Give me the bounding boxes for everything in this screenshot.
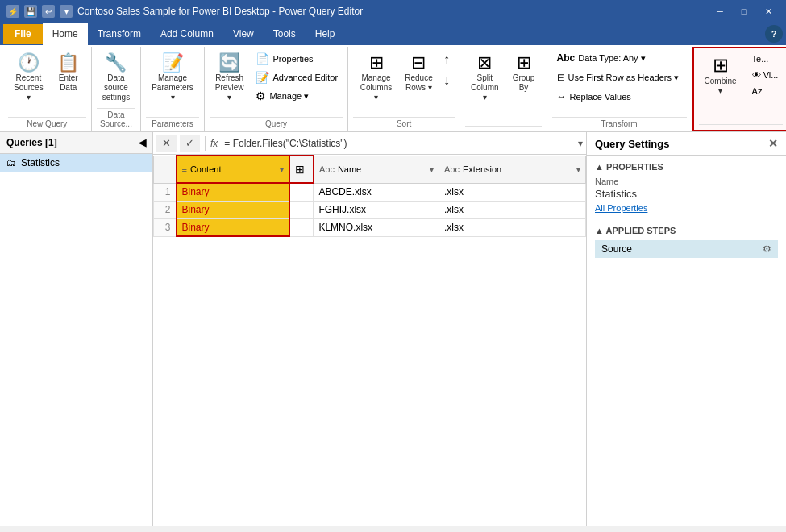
reduce-rows-button[interactable]: ⊟ ReduceRows ▾ xyxy=(401,50,437,97)
applied-step-gear-icon[interactable]: ⚙ xyxy=(763,243,771,255)
applied-step-source[interactable]: Source ⚙ xyxy=(595,240,778,258)
split-column-button[interactable]: ⊠ SplitColumn ▾ xyxy=(465,50,504,106)
query-item-statistics[interactable]: 🗂 Statistics xyxy=(0,154,152,172)
menu-transform[interactable]: Transform xyxy=(88,23,151,45)
reduce-rows-icon: ⊟ xyxy=(411,54,426,72)
menu-help[interactable]: Help xyxy=(306,23,345,45)
first-row-headers-button[interactable]: ⊟ Use First Row as Headers ▾ xyxy=(552,69,684,85)
manage-label: Manage ▾ xyxy=(269,91,309,102)
ribbon-group-parameters: 📝 ManageParameters ▾ Parameters xyxy=(141,47,205,131)
all-properties-link[interactable]: All Properties xyxy=(595,203,778,213)
menu-view[interactable]: View xyxy=(223,23,264,45)
refresh-preview-button[interactable]: 🔄 RefreshPreview ▾ xyxy=(210,50,250,106)
first-row-headers-icon: ⊟ xyxy=(557,72,565,83)
new-query-label: New Query xyxy=(8,117,86,128)
manage-parameters-button[interactable]: 📝 ManageParameters ▾ xyxy=(146,50,199,106)
content-column-header[interactable]: ≡ Content ▾ xyxy=(177,156,289,183)
applied-step-source-label: Source xyxy=(601,243,632,255)
save-icon[interactable]: 💾 xyxy=(24,5,37,18)
row-num-3: 3 xyxy=(154,218,177,236)
combine-button[interactable]: ⊞ Combine▾ xyxy=(699,52,742,100)
table-row: 1 Binary ABCDE.xlsx .xlsx xyxy=(154,183,586,201)
minimize-button[interactable]: ─ xyxy=(709,0,731,23)
query-settings-close[interactable]: ✕ xyxy=(768,137,778,150)
menu-file[interactable]: File xyxy=(3,24,43,44)
help-button[interactable]: ? xyxy=(765,25,783,43)
advanced-editor-label: Advanced Editor xyxy=(272,73,338,82)
text-view-button[interactable]: Te... xyxy=(747,52,784,66)
data-type-button[interactable]: Abc Data Type: Any ▾ xyxy=(552,50,651,66)
name-filter-icon[interactable]: ▾ xyxy=(430,165,434,174)
data-type-icon: Abc xyxy=(557,52,576,64)
advanced-editor-button[interactable]: 📝 Advanced Editor xyxy=(251,69,343,86)
query-group-label: Query xyxy=(210,117,343,128)
row3-name: KLMNO.xlsx xyxy=(314,218,439,236)
properties-section: ▲ PROPERTIES Name Statistics All Propert… xyxy=(587,156,786,219)
row2-name: FGHIJ.xlsx xyxy=(314,201,439,218)
formula-input[interactable] xyxy=(224,138,575,149)
az-button[interactable]: Az xyxy=(747,84,784,98)
dropdown-icon[interactable]: ▾ xyxy=(60,5,73,18)
enter-data-button[interactable]: 📋 EnterData xyxy=(51,50,86,97)
menu-home[interactable]: Home xyxy=(43,23,88,45)
row-num-header xyxy=(154,156,177,183)
content-filter-icon[interactable]: ▾ xyxy=(280,165,284,174)
data-area: ✕ ✓ fx ▾ ≡ Content xyxy=(153,132,586,526)
formula-cancel-button[interactable]: ✕ xyxy=(156,135,177,152)
manage-columns-label: ManageColumns ▾ xyxy=(359,73,393,102)
expand-icon: ⊞ xyxy=(295,163,305,176)
data-source-icon: 🔧 xyxy=(105,54,127,72)
menu-add-column[interactable]: Add Column xyxy=(151,23,223,45)
menu-bar: File Home Transform Add Column View Tool… xyxy=(0,23,786,45)
properties-label: Properties xyxy=(272,54,313,64)
ribbon: 🕐 RecentSources ▾ 📋 EnterData New Query … xyxy=(0,45,786,132)
sort-asc-button[interactable]: ↑ xyxy=(439,50,455,69)
combine-icon: ⊞ xyxy=(713,56,729,75)
name-column-header[interactable]: Abc Name ▾ xyxy=(314,156,439,183)
name-label: Name xyxy=(595,177,778,186)
ribbon-group-split: ⊠ SplitColumn ▾ ⊞ GroupBy xyxy=(460,47,547,131)
recent-sources-button[interactable]: 🕐 RecentSources ▾ xyxy=(8,50,49,106)
extension-filter-icon[interactable]: ▾ xyxy=(576,165,580,174)
expand-column-header[interactable]: ⊞ xyxy=(289,156,314,183)
replace-values-button[interactable]: ↔ Replace Values xyxy=(552,89,636,105)
formula-dropdown-icon[interactable]: ▾ xyxy=(578,138,583,149)
manage-parameters-icon: 📝 xyxy=(162,54,184,72)
collapse-queries-icon[interactable]: ◀ xyxy=(139,137,146,148)
ribbon-group-combine: ⊞ Combine▾ Te... 👁 Vi... Az xyxy=(692,47,786,131)
data-source-settings-button[interactable]: 🔧 Data sourcesettings xyxy=(97,50,135,106)
title-bar: ⚡ 💾 ↩ ▾ Contoso Sales Sample for Power B… xyxy=(0,0,786,23)
properties-button[interactable]: 📄 Properties xyxy=(251,50,343,68)
extension-column-header[interactable]: Abc Extension ▾ xyxy=(439,156,585,183)
split-column-icon: ⊠ xyxy=(477,54,492,72)
enter-data-icon: 📋 xyxy=(57,54,79,72)
enter-data-label: EnterData xyxy=(59,73,78,93)
table-row: 2 Binary FGHIJ.xlsx .xlsx xyxy=(154,201,586,218)
group-by-icon: ⊞ xyxy=(517,54,531,72)
refresh-preview-label: RefreshPreview ▾ xyxy=(215,73,244,102)
combine-label: Combine▾ xyxy=(705,77,737,96)
formula-confirm-button[interactable]: ✓ xyxy=(180,135,200,152)
status-bar: READY xyxy=(0,526,786,532)
ribbon-group-new-query: 🕐 RecentSources ▾ 📋 EnterData New Query xyxy=(3,47,92,131)
maximize-button[interactable]: □ xyxy=(733,0,755,23)
undo-icon[interactable]: ↩ xyxy=(42,5,55,18)
sort-desc-button[interactable]: ↓ xyxy=(439,71,455,90)
window-title: Contoso Sales Sample for Power BI Deskto… xyxy=(77,6,363,17)
advanced-editor-icon: 📝 xyxy=(256,71,269,84)
manage-columns-button[interactable]: ⊞ ManageColumns ▾ xyxy=(353,50,399,106)
refresh-preview-icon: 🔄 xyxy=(218,54,240,72)
name-value: Statistics xyxy=(595,188,778,200)
manage-button[interactable]: ⚙ Manage ▾ xyxy=(251,87,343,105)
row1-expand xyxy=(289,183,314,201)
menu-tools[interactable]: Tools xyxy=(264,23,306,45)
row-num-2: 2 xyxy=(154,201,177,218)
row-num-1: 1 xyxy=(154,183,177,201)
group-by-button[interactable]: ⊞ GroupBy xyxy=(506,50,542,97)
vis-view-button[interactable]: 👁 Vi... xyxy=(747,68,784,82)
close-button[interactable]: ✕ xyxy=(757,0,780,23)
content-type-icon: ≡ xyxy=(182,164,187,174)
replace-values-label: Replace Values xyxy=(570,92,631,102)
row2-expand xyxy=(289,201,314,218)
query-item-icon: 🗂 xyxy=(6,157,16,168)
